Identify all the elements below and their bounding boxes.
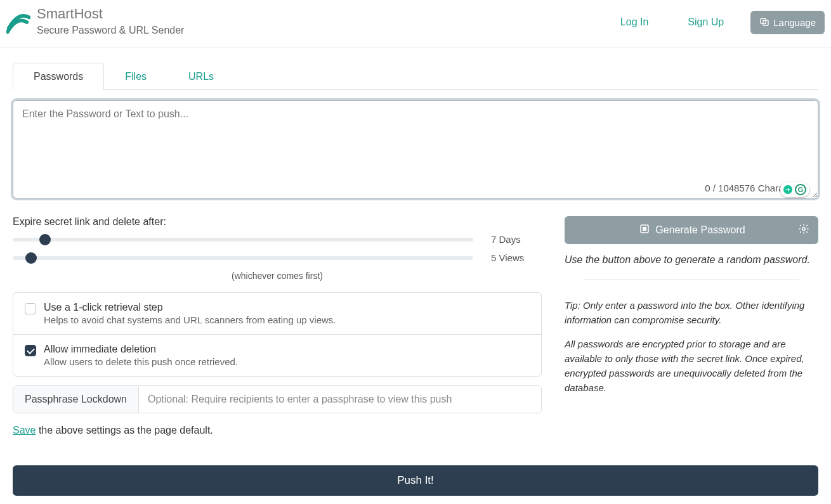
- days-slider-thumb[interactable]: [39, 234, 51, 245]
- days-value: 7 Days: [491, 234, 542, 245]
- gear-icon[interactable]: [798, 223, 809, 237]
- brand-block: SmartHost Secure Password & URL Sender: [6, 6, 184, 38]
- tip-text: Tip: Only enter a password into the box.…: [565, 298, 818, 328]
- views-value: 5 Views: [491, 252, 542, 263]
- encrypt-note: All passwords are encrypted prior to sto…: [565, 337, 818, 396]
- views-slider-row: 5 Views: [13, 252, 542, 263]
- divider: [584, 280, 799, 280]
- oneclick-title: Use a 1-click retrieval step: [44, 302, 336, 313]
- tab-urls[interactable]: URLs: [167, 63, 235, 90]
- brand-logo-icon: [6, 10, 37, 34]
- passphrase-group: Passphrase Lockdown: [13, 385, 542, 413]
- allowdel-checkbox[interactable]: [25, 345, 36, 356]
- tab-bar: Passwords Files URLs: [13, 63, 818, 90]
- push-it-button[interactable]: Push It!: [13, 465, 818, 496]
- days-slider-row: 7 Days: [13, 234, 542, 245]
- brand-subtitle: Secure Password & URL Sender: [37, 23, 184, 38]
- login-link[interactable]: Log In: [608, 11, 661, 33]
- expire-note: (whichever comes first): [13, 271, 542, 281]
- svg-rect-3: [643, 227, 646, 231]
- grammarly-badge[interactable]: ➜ G: [780, 182, 809, 197]
- passphrase-label: Passphrase Lockdown: [13, 386, 139, 413]
- oneclick-option[interactable]: Use a 1-click retrieval step Helps to av…: [13, 293, 541, 334]
- language-button[interactable]: Language: [750, 11, 825, 34]
- brand-title: SmartHost: [37, 6, 184, 22]
- save-defaults-link[interactable]: Save: [13, 425, 36, 436]
- tab-passwords[interactable]: Passwords: [13, 63, 104, 90]
- expire-label: Expire secret link and delete after:: [13, 216, 542, 228]
- allowdel-option[interactable]: Allow immediate deletion Allow users to …: [13, 334, 541, 376]
- signup-link[interactable]: Sign Up: [675, 11, 736, 33]
- grammarly-g-icon: G: [795, 184, 806, 195]
- tab-files[interactable]: Files: [104, 63, 167, 90]
- payload-input[interactable]: [13, 100, 818, 198]
- generate-label: Generate Password: [655, 224, 745, 236]
- brand-text: SmartHost Secure Password & URL Sender: [37, 6, 184, 38]
- generate-password-button[interactable]: Generate Password: [565, 216, 818, 244]
- oneclick-checkbox[interactable]: [25, 303, 36, 314]
- grammarly-arrow-icon: ➜: [783, 185, 792, 194]
- allowdel-title: Allow immediate deletion: [44, 344, 238, 355]
- views-slider[interactable]: [13, 256, 473, 260]
- options-card: Use a 1-click retrieval step Helps to av…: [13, 292, 542, 377]
- language-label: Language: [773, 17, 816, 28]
- svg-point-4: [802, 228, 806, 231]
- days-slider[interactable]: [13, 238, 473, 242]
- globe-icon: [759, 16, 769, 29]
- allowdel-sub: Allow users to delete this push once ret…: [44, 356, 238, 367]
- header-bar: SmartHost Secure Password & URL Sender L…: [0, 0, 831, 48]
- views-slider-thumb[interactable]: [25, 252, 37, 264]
- top-nav: Log In Sign Up Language: [608, 11, 825, 34]
- payload-area: 0 / 1048576 Characters ➜ G: [13, 100, 818, 201]
- save-defaults-rest: the above settings as the page default.: [36, 425, 213, 436]
- generate-note: Use the button above to generate a rando…: [565, 254, 818, 266]
- oneclick-sub: Helps to avoid chat systems and URL scan…: [44, 314, 336, 325]
- save-defaults-line: Save the above settings as the page defa…: [13, 425, 542, 436]
- generate-icon: [639, 223, 650, 237]
- passphrase-input[interactable]: [139, 386, 541, 413]
